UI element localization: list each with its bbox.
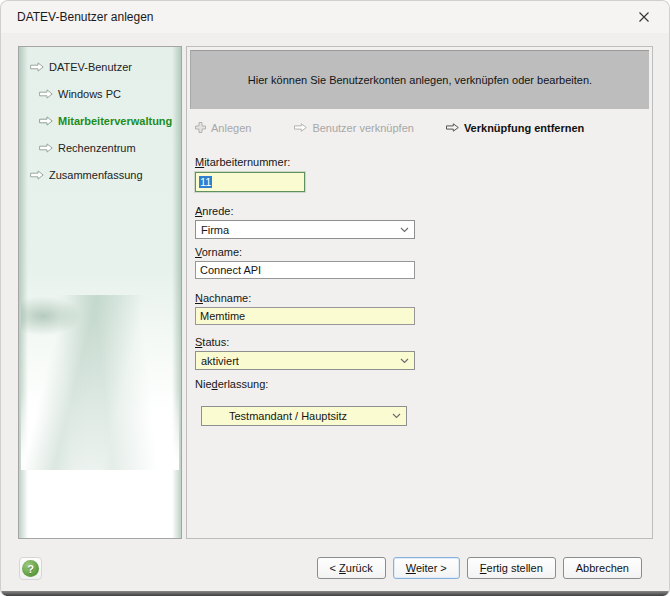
arrow-right-icon (446, 123, 459, 132)
step-arrow-icon (30, 62, 44, 72)
sidebar-watermark-image (21, 295, 179, 470)
chevron-down-icon (392, 413, 401, 419)
mitarbeiternummer-field[interactable]: 11 (195, 172, 305, 192)
wizard-step-list: DATEV-Benutzer Windows PC Mitarbeiterver… (19, 47, 181, 182)
step-arrow-icon (39, 116, 53, 126)
anrede-select[interactable]: Firma (195, 220, 415, 239)
step-arrow-icon (39, 143, 53, 153)
step-arrow-icon (39, 89, 53, 99)
datev-wizard-dialog: DATEV-Benutzer anlegen DATEV-Benutzer Wi… (0, 0, 670, 596)
nachname-label: Nachname: (195, 292, 652, 305)
niederlassung-select[interactable]: Testmandant / Hauptsitz (201, 406, 407, 426)
user-form: Mitarbeiternummer: 11 Anrede: Firma Vorn… (187, 156, 652, 426)
anrede-label: Anrede: (195, 205, 652, 218)
help-icon: ? (22, 560, 39, 577)
vorname-input[interactable] (195, 261, 415, 279)
sidebar-item-label: DATEV-Benutzer (49, 61, 132, 73)
status-select[interactable]: aktiviert (195, 351, 415, 370)
next-button[interactable]: Weiter > (393, 557, 460, 579)
sidebar-item-windows-pc[interactable]: Windows PC (19, 87, 181, 101)
chevron-down-icon (400, 227, 409, 233)
action-anlegen: Anlegen (195, 122, 251, 134)
back-button[interactable]: < Zurück (317, 557, 386, 579)
anrede-value: Firma (201, 224, 229, 236)
step-arrow-icon (30, 170, 44, 180)
close-icon[interactable] (633, 6, 655, 28)
status-label: Status: (195, 336, 652, 349)
sidebar-item-rechenzentrum[interactable]: Rechenzentrum (19, 141, 181, 155)
chevron-down-icon (400, 358, 409, 364)
info-banner-text: Hier können Sie Benutzerkonten anlegen, … (248, 74, 592, 86)
plus-icon (195, 122, 206, 133)
wizard-content-panel: Hier können Sie Benutzerkonten anlegen, … (186, 46, 653, 539)
help-button[interactable]: ? (19, 557, 42, 580)
mitarbeiternummer-value: 11 (199, 176, 212, 188)
finish-button[interactable]: Fertig stellen (467, 557, 556, 579)
sidebar-item-label: Mitarbeiterverwaltung (58, 115, 172, 127)
mitarbeiternummer-label: Mitarbeiternummer: (195, 156, 652, 169)
action-label: Verknüpfung entfernen (464, 122, 584, 134)
x-glyph (638, 11, 650, 23)
arrow-right-icon (294, 123, 307, 132)
sidebar-item-datev-benutzer[interactable]: DATEV-Benutzer (19, 60, 181, 74)
status-value: aktiviert (201, 355, 239, 367)
sidebar-item-mitarbeiterverwaltung[interactable]: Mitarbeiterverwaltung (19, 114, 181, 128)
sidebar-item-zusammenfassung[interactable]: Zusammenfassung (19, 168, 181, 182)
cancel-button[interactable]: Abbrechen (563, 557, 642, 579)
sidebar-item-label: Zusammenfassung (49, 169, 143, 181)
titlebar: DATEV-Benutzer anlegen (1, 1, 669, 33)
action-benutzer-verknuepfen: Benutzer verknüpfen (294, 122, 414, 134)
wizard-steps-sidebar: DATEV-Benutzer Windows PC Mitarbeiterver… (18, 46, 182, 539)
sidebar-item-label: Rechenzentrum (58, 142, 136, 154)
info-banner: Hier können Sie Benutzerkonten anlegen, … (190, 50, 649, 109)
window-title: DATEV-Benutzer anlegen (17, 10, 154, 24)
vorname-label: Vorname: (195, 246, 652, 259)
niederlassung-value: Testmandant / Hauptsitz (207, 410, 347, 422)
action-verknuepfung-entfernen[interactable]: Verknüpfung entfernen (446, 122, 584, 134)
action-label: Benutzer verknüpfen (312, 122, 414, 134)
action-label: Anlegen (211, 122, 251, 134)
action-link-row: Anlegen Benutzer verknüpfen Verknüpfung … (195, 120, 652, 135)
window-bottom-edge (1, 591, 669, 596)
niederlassung-label: Niederlassung: (195, 378, 652, 391)
wizard-buttons: < Zurück Weiter > Fertig stellen Abbrech… (317, 557, 642, 579)
nachname-input[interactable] (195, 307, 415, 325)
sidebar-item-label: Windows PC (58, 88, 121, 100)
